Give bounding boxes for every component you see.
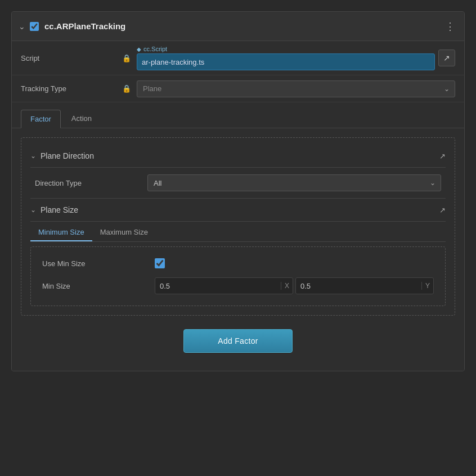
x-axis-label: X: [281, 282, 293, 290]
script-input[interactable]: [137, 53, 435, 70]
script-input-wrapper: ◆ cc.Script: [137, 46, 435, 70]
component-enabled-checkbox[interactable]: [30, 22, 39, 31]
plane-size-title: Plane Size: [41, 205, 78, 214]
add-factor-button[interactable]: Add Factor: [183, 329, 292, 353]
tracking-type-lock-icon: 🔒: [122, 84, 131, 93]
tracking-type-select[interactable]: Plane Image Face: [137, 80, 455, 97]
script-lock-icon: 🔒: [122, 54, 131, 62]
plane-size-external-icon[interactable]: ↗: [439, 206, 446, 214]
tab-minimum-size[interactable]: Minimum Size: [30, 224, 92, 241]
script-badge: ◆ cc.Script: [137, 46, 435, 52]
plane-size-divider-top: [30, 198, 446, 199]
plane-direction-external-icon[interactable]: ↗: [439, 152, 446, 160]
min-size-y-wrapper: Y: [295, 277, 434, 294]
plane-size-header-left: ⌄ Plane Size: [30, 205, 78, 214]
tab-action[interactable]: Action: [62, 109, 101, 128]
tracking-type-select-wrapper: Plane Image Face ⌄: [137, 80, 455, 97]
factor-action-tabs: Factor Action: [12, 102, 464, 128]
script-control: ◆ cc.Script ↗: [137, 46, 455, 70]
use-min-size-checkbox[interactable]: [155, 258, 165, 268]
tracking-type-row: Tracking Type 🔒 Plane Image Face ⌄: [12, 75, 464, 102]
tracking-type-control: Plane Image Face ⌄: [137, 80, 455, 97]
min-size-label: Min Size: [42, 282, 155, 290]
direction-type-control: All Horizontal Vertical ⌄: [147, 174, 441, 191]
script-goto-button[interactable]: ↗: [438, 50, 455, 66]
plane-size-chevron-icon: ⌄: [30, 206, 36, 214]
panel-header: ⌄ cc.ARPlaneTracking ⋮: [12, 12, 464, 41]
plane-direction-title: Plane Direction: [41, 151, 94, 160]
factors-dashed-container: ⌄ Plane Direction ↗ Direction Type All H…: [21, 137, 455, 316]
min-size-y-input[interactable]: [296, 278, 421, 294]
min-size-settings-container: Use Min Size Min Size X: [30, 246, 446, 306]
direction-type-select[interactable]: All Horizontal Vertical: [147, 174, 441, 191]
use-min-size-row: Use Min Size: [38, 254, 438, 273]
min-size-inputs: X Y: [155, 277, 434, 294]
min-max-size-tabs: Minimum Size Maximum Size: [30, 224, 446, 242]
plane-direction-header-left: ⌄ Plane Direction: [30, 151, 94, 160]
main-panel: ⌄ cc.ARPlaneTracking ⋮ Script 🔒 ◆ cc.Scr…: [11, 11, 465, 371]
add-factor-wrapper: Add Factor: [21, 316, 455, 362]
script-field-label: Script: [21, 54, 122, 62]
plane-size-section-header[interactable]: ⌄ Plane Size ↗: [30, 201, 446, 219]
min-size-x-input[interactable]: [155, 278, 281, 294]
y-axis-label: Y: [421, 282, 433, 290]
script-row: Script 🔒 ◆ cc.Script ↗: [12, 41, 464, 75]
min-size-row: Min Size X Y: [38, 273, 438, 299]
plane-size-divider: [30, 221, 446, 222]
diamond-icon: ◆: [137, 46, 141, 52]
direction-type-label: Direction Type: [35, 179, 147, 187]
plane-direction-chevron-icon: ⌄: [30, 152, 36, 160]
direction-type-row: Direction Type All Horizontal Vertical ⌄: [30, 170, 446, 196]
plane-size-section: ⌄ Plane Size ↗ Minimum Size Maximum Size: [30, 201, 446, 306]
tab-maximum-size[interactable]: Maximum Size: [92, 224, 156, 241]
goto-icon: ↗: [443, 53, 450, 62]
component-title: cc.ARPlaneTracking: [44, 21, 443, 31]
tracking-type-label: Tracking Type: [21, 84, 122, 93]
plane-direction-divider: [30, 167, 446, 168]
use-min-size-label: Use Min Size: [42, 259, 155, 268]
collapse-chevron-icon[interactable]: ⌄: [19, 22, 25, 31]
plane-direction-section-header[interactable]: ⌄ Plane Direction ↗: [30, 147, 446, 165]
min-size-x-wrapper: X: [155, 277, 293, 294]
tab-factor[interactable]: Factor: [21, 110, 61, 128]
more-menu-icon[interactable]: ⋮: [443, 18, 457, 35]
content-area: ⌄ Plane Direction ↗ Direction Type All H…: [12, 128, 464, 371]
